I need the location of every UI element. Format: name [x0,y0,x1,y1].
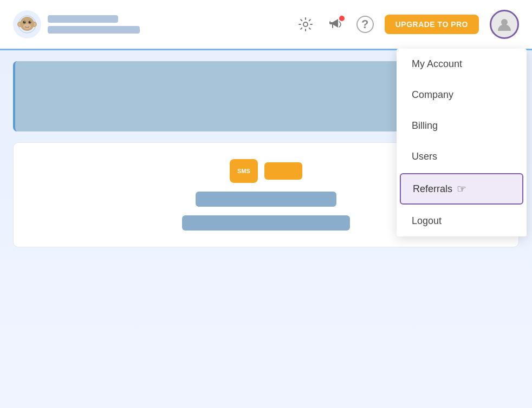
svg-point-7 [23,21,26,24]
megaphone-btn[interactable] [326,15,346,34]
text-placeholder-1 [196,192,336,207]
help-btn[interactable]: ? [356,16,374,33]
svg-point-9 [24,21,25,22]
menu-item-company[interactable]: Company [397,80,527,110]
menu-item-my-account[interactable]: My Account [397,49,527,80]
logo-icon [13,10,41,38]
bottom-card-icons: SMS [230,159,302,183]
svg-point-8 [29,21,31,24]
menu-item-billing[interactable]: Billing [397,110,527,141]
avatar-button[interactable] [490,10,519,39]
user-dropdown-menu: My Account Company Billing Users Referra… [397,49,527,236]
notification-badge [339,16,345,21]
cursor-pointer-icon: ☞ [457,182,466,195]
app-header: ? UPGRADE TO PRO [0,0,532,49]
card-left [13,61,400,131]
logo-text [48,15,140,34]
menu-item-logout[interactable]: Logout [397,206,527,236]
svg-point-6 [23,24,31,29]
logo-bar-bottom [48,26,140,34]
upgrade-to-pro-button[interactable]: UPGRADE TO PRO [385,15,479,34]
menu-item-referrals[interactable]: Referrals ☞ [400,173,523,205]
menu-item-users[interactable]: Users [397,141,527,172]
settings-icon[interactable] [296,15,315,34]
monkey-logo-svg [17,15,37,34]
logo-area [13,10,140,38]
header-icons: ? UPGRADE TO PRO [296,10,519,39]
logo-bar-top [48,15,118,23]
sms-icon: SMS [230,159,258,183]
text-placeholder-2 [182,215,350,231]
orange-pill [264,162,302,180]
svg-point-10 [30,21,31,22]
avatar-icon [496,16,512,32]
svg-point-11 [303,22,308,27]
gear-svg [298,17,313,32]
